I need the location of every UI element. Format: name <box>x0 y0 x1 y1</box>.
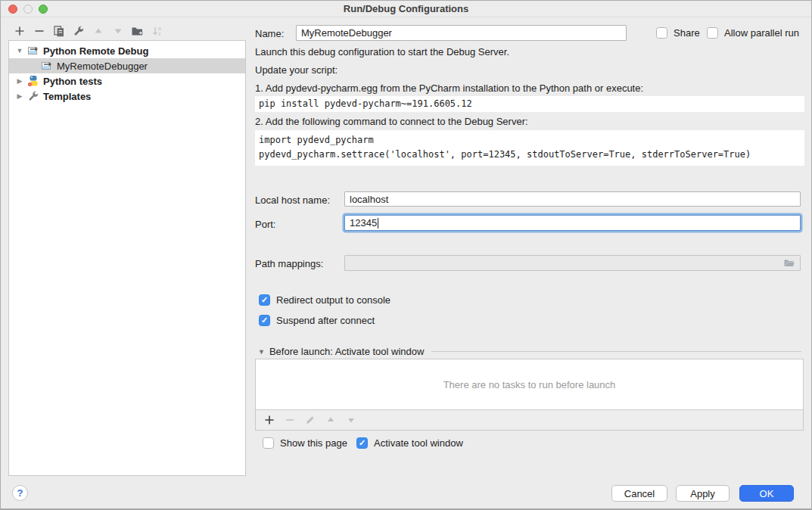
redirect-output-row: Redirect output to console <box>259 294 390 306</box>
move-up-icon <box>92 24 104 37</box>
before-launch-toolbar <box>255 410 804 431</box>
suspend-after-connect-label: Suspend after connect <box>276 315 375 326</box>
tree-item-label: Templates <box>43 91 91 102</box>
copy-icon[interactable] <box>52 24 65 37</box>
path-mappings-input[interactable] <box>344 255 801 271</box>
titlebar: Run/Debug Configurations <box>1 1 811 17</box>
chevron-right-icon[interactable]: ▶ <box>15 77 24 85</box>
tree-item-label: Python Remote Debug <box>43 45 148 57</box>
redirect-output-label: Redirect output to console <box>276 294 390 306</box>
instruction-update-script: Update your script: <box>255 64 338 76</box>
cancel-button[interactable]: Cancel <box>611 485 667 502</box>
empty-task-list-text: There are no tasks to run before launch <box>443 379 616 390</box>
chevron-down-icon[interactable]: ▼ <box>258 348 265 356</box>
show-this-page-checkbox[interactable] <box>263 437 274 449</box>
activate-tool-window-row: Activate tool window <box>356 437 463 449</box>
text-cursor <box>378 218 378 229</box>
wrench-icon <box>27 90 40 103</box>
tree-item-label: MyRemoteDebugger <box>57 61 148 72</box>
move-down-icon <box>111 24 124 37</box>
configurations-tree: ▼ Python Remote Debug MyRemoteDebugger ▶… <box>8 40 246 476</box>
window-title: Run/Debug Configurations <box>1 3 811 14</box>
show-this-page-row: Show this page <box>263 437 347 449</box>
edit-pencil-icon <box>303 414 316 427</box>
activate-tool-window-label: Activate tool window <box>374 437 463 449</box>
help-button[interactable]: ? <box>12 485 28 501</box>
tree-item-myremotedebugger[interactable]: MyRemoteDebugger <box>9 58 245 73</box>
before-launch-header[interactable]: ▼ Before launch: Activate tool window <box>258 346 801 357</box>
divider <box>431 351 801 352</box>
tree-item-label: Python tests <box>43 76 102 87</box>
before-launch-task-list[interactable]: There are no tasks to run before launch <box>255 359 804 410</box>
suspend-after-connect-checkbox[interactable] <box>259 315 270 326</box>
share-checkbox-row: Share <box>656 27 700 39</box>
instruction-intro: Launch this debug configuration to start… <box>255 46 509 58</box>
name-input[interactable]: MyRemoteDebugger <box>296 25 627 41</box>
port-label: Port: <box>255 219 275 230</box>
port-input[interactable]: 12345 <box>344 215 801 231</box>
tree-item-python-tests[interactable]: ▶ Python tests <box>9 73 245 89</box>
local-host-input[interactable]: localhost <box>344 191 801 207</box>
svg-text:a: a <box>158 26 161 31</box>
edit-wrench-icon[interactable] <box>72 24 85 37</box>
settrace-code[interactable]: import pydevd_pycharm pydevd_pycharm.set… <box>255 130 804 166</box>
move-down-icon <box>344 414 357 427</box>
chevron-right-icon[interactable]: ▶ <box>15 92 24 100</box>
apply-button[interactable]: Apply <box>676 485 730 502</box>
instruction-step1: 1. Add pydevd-pycharm.egg from the PyCha… <box>255 82 643 94</box>
name-label: Name: <box>255 28 284 39</box>
chevron-down-icon[interactable]: ▼ <box>15 47 24 54</box>
suspend-after-connect-row: Suspend after connect <box>259 315 375 326</box>
before-launch-title: Before launch: Activate tool window <box>269 346 425 357</box>
new-folder-icon[interactable] <box>131 24 144 37</box>
ok-button[interactable]: OK <box>739 485 794 502</box>
redirect-output-checkbox[interactable] <box>259 294 270 306</box>
share-label: Share <box>674 27 700 39</box>
add-icon[interactable] <box>13 24 26 37</box>
remote-debug-icon <box>27 45 40 58</box>
svg-text:z: z <box>158 31 161 36</box>
sort-alphabetically-icon: az <box>151 24 163 37</box>
remove-icon <box>283 414 296 427</box>
activate-tool-window-checkbox[interactable] <box>356 437 368 449</box>
instruction-step2: 2. Add the following command to connect … <box>255 116 528 127</box>
configurations-toolbar: az <box>13 24 163 37</box>
allow-parallel-run-checkbox[interactable] <box>707 27 718 39</box>
share-checkbox[interactable] <box>656 27 667 39</box>
move-up-icon <box>324 414 337 427</box>
local-host-label: Local host name: <box>255 194 330 206</box>
settrace-code-line2: pydevd_pycharm.settrace('localhost', por… <box>259 148 801 162</box>
run-debug-configurations-dialog: Run/Debug Configurations az ▼ <box>0 0 812 510</box>
tree-item-templates[interactable]: ▶ Templates <box>9 89 245 104</box>
path-mappings-label: Path mappings: <box>255 258 323 269</box>
pip-install-code[interactable]: pip install pydevd-pycharm~=191.6605.12 <box>255 96 804 112</box>
remove-icon[interactable] <box>33 24 45 37</box>
tree-item-python-remote-debug[interactable]: ▼ Python Remote Debug <box>9 43 245 58</box>
open-folder-icon[interactable] <box>783 258 795 269</box>
add-icon[interactable] <box>263 414 275 427</box>
allow-parallel-checkbox-row: Allow parallel run <box>707 27 799 39</box>
python-tests-icon <box>27 75 40 88</box>
allow-parallel-run-label: Allow parallel run <box>724 27 799 39</box>
show-this-page-label: Show this page <box>280 437 347 449</box>
settrace-code-line1: import pydevd_pycharm <box>259 133 801 148</box>
remote-debug-icon <box>41 60 54 73</box>
